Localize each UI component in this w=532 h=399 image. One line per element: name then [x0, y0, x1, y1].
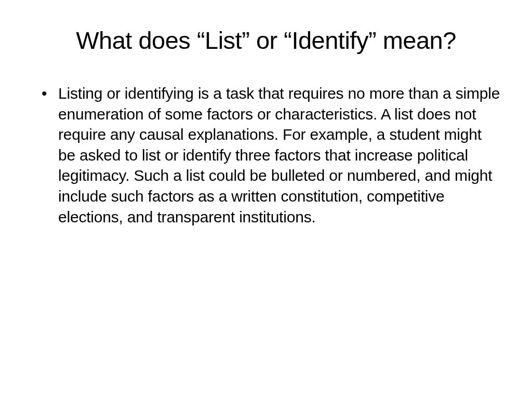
body-list: Listing or identifying is a task that re…: [31, 83, 501, 227]
body-bullet: Listing or identifying is a task that re…: [31, 83, 501, 227]
slide-title: What does “List” or “Identify” mean?: [31, 26, 501, 55]
